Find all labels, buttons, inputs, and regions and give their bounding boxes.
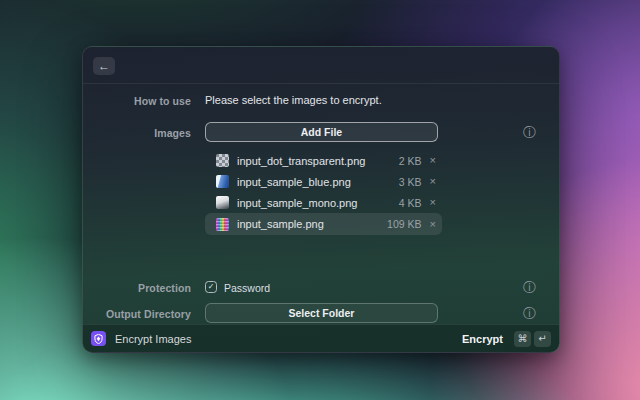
return-key-icon[interactable]: ↵ (534, 331, 551, 347)
back-arrow-icon: ← (98, 60, 110, 72)
select-folder-button[interactable]: Select Folder (205, 303, 438, 323)
add-file-button-label: Add File (301, 126, 342, 138)
file-name: input_sample.png (237, 218, 387, 230)
password-checkbox-label[interactable]: Password (224, 282, 270, 294)
encrypt-action-button[interactable]: Encrypt (462, 333, 503, 345)
desktop-background: ← How to use Please select the images to… (0, 0, 640, 400)
file-thumbnail-checkerboard (216, 154, 229, 167)
how-to-use-label: How to use (83, 95, 191, 107)
protection-label: Protection (83, 282, 191, 294)
output-directory-label: Output Directory (83, 308, 191, 320)
images-info-icon[interactable]: ⓘ (523, 126, 536, 139)
encrypt-images-window: ← How to use Please select the images to… (82, 46, 560, 353)
file-size: 3 KB (399, 176, 422, 188)
file-size: 4 KB (399, 197, 422, 209)
file-size: 2 KB (399, 155, 422, 167)
window-header: ← (83, 47, 559, 84)
back-button[interactable]: ← (93, 57, 115, 75)
window-footer: Encrypt Images Encrypt ⌘ ↵ (83, 324, 559, 352)
file-row[interactable]: input_sample_blue.png 3 KB × (205, 171, 442, 192)
file-thumbnail-blue (216, 175, 229, 188)
file-size: 109 KB (387, 218, 421, 230)
file-name: input_dot_transparent.png (237, 155, 399, 167)
footer-app-title: Encrypt Images (115, 333, 462, 345)
password-checkbox[interactable]: ✓ (205, 281, 217, 293)
file-name: input_sample_blue.png (237, 176, 399, 188)
remove-file-icon[interactable]: × (430, 197, 436, 208)
select-folder-button-label: Select Folder (289, 307, 355, 319)
images-label: Images (83, 127, 191, 139)
encrypt-images-app-icon (91, 331, 106, 346)
shield-icon (94, 334, 103, 344)
file-row[interactable]: input_sample_mono.png 4 KB × (205, 192, 442, 213)
add-file-button[interactable]: Add File (205, 122, 438, 142)
protection-info-icon[interactable]: ⓘ (523, 281, 536, 294)
checkmark-icon: ✓ (208, 283, 215, 291)
remove-file-icon[interactable]: × (430, 155, 436, 166)
command-key-icon[interactable]: ⌘ (514, 331, 531, 347)
form-content: How to use Please select the images to e… (83, 84, 559, 324)
file-row-selected[interactable]: input_sample.png 109 KB × (205, 213, 442, 235)
file-name: input_sample_mono.png (237, 197, 399, 209)
file-thumbnail-mono (216, 196, 229, 209)
output-directory-info-icon[interactable]: ⓘ (523, 307, 536, 320)
file-row[interactable]: input_dot_transparent.png 2 KB × (205, 150, 442, 171)
how-to-use-text: Please select the images to encrypt. (205, 94, 382, 106)
file-thumbnail-noise (216, 218, 229, 231)
remove-file-icon[interactable]: × (430, 219, 436, 230)
remove-file-icon[interactable]: × (430, 176, 436, 187)
